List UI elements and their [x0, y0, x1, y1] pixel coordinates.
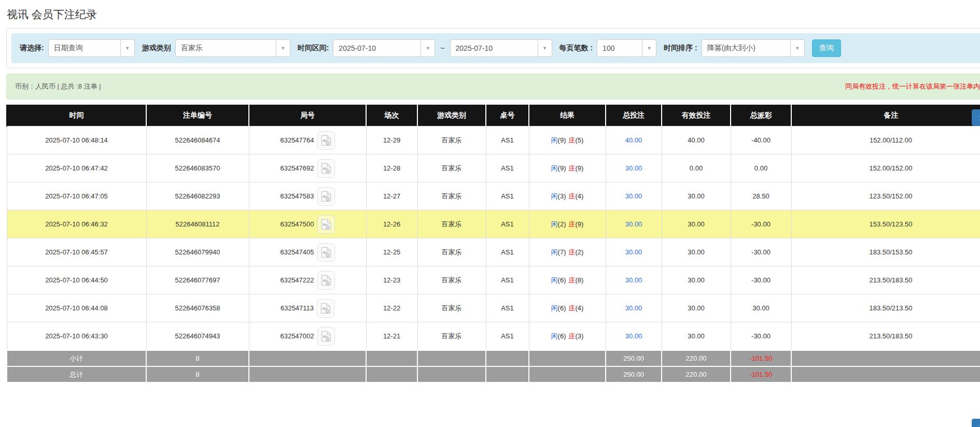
cell-result: 闲(6)庄(3)	[529, 322, 606, 351]
video-replay-button[interactable]	[317, 271, 335, 290]
video-replay-button[interactable]	[317, 187, 335, 206]
cell-valid-bet: 30.00	[662, 322, 731, 351]
cell-round-id: 632547002	[249, 322, 366, 351]
cell-round-id: 632547113	[249, 294, 366, 322]
cell-total-bet: 30.00	[606, 322, 662, 351]
video-file-icon	[321, 163, 331, 174]
cell-payout: -30.00	[731, 238, 791, 266]
date-to-value: 2025-07-10	[451, 44, 538, 52]
cell-total-bet: 30.00	[606, 154, 662, 182]
result-player-label: 闲	[551, 164, 558, 172]
cell-result: 闲(9)庄(5)	[529, 126, 606, 154]
result-player-points: (3)	[558, 192, 566, 200]
video-replay-button[interactable]	[317, 327, 335, 346]
pagination-top: 1	[972, 109, 980, 126]
result-player-points: (6)	[558, 332, 566, 340]
total-bet-link[interactable]: 40.00	[625, 136, 642, 144]
subtotal-count: 8	[146, 350, 249, 366]
subtotal-row: 小计 8 250.00 220.00 -101.50	[7, 350, 980, 366]
currency-total-text: 币别：人民币 | 总共 :8 注单 |	[15, 82, 101, 91]
summary-empty-cell	[791, 350, 980, 366]
total-bet-link[interactable]: 30.00	[625, 192, 642, 200]
video-replay-button[interactable]	[317, 299, 334, 318]
table-row: 2025-07-10 06:47:42522646083570632547692…	[7, 154, 980, 182]
query-type-select[interactable]: 日期查询 ▼	[48, 39, 135, 57]
cell-bet-time: 2025-07-10 06:48:14	[7, 126, 146, 154]
query-button[interactable]: 查询	[812, 39, 841, 57]
cell-remark: 123.50/152.00	[791, 182, 980, 210]
date-to-select[interactable]: 2025-07-10 ▼	[450, 39, 552, 57]
cell-payout: -30.00	[731, 322, 791, 351]
round-id-text: 632547222	[280, 276, 314, 284]
cell-table-no: AS1	[486, 322, 529, 351]
cell-total-bet: 30.00	[606, 238, 662, 266]
video-replay-button[interactable]	[317, 131, 335, 150]
page-title: 视讯 会员下注纪录	[7, 7, 980, 22]
cell-bet-id: 522646074943	[146, 322, 249, 351]
round-id-text: 632547002	[280, 332, 314, 340]
cell-table-no: AS1	[486, 210, 529, 238]
total-bet-link[interactable]: 30.00	[625, 164, 642, 172]
total-bet-link[interactable]: 30.00	[625, 248, 642, 256]
cell-total-bet: 40.00	[606, 126, 662, 154]
pagination-page-1[interactable]: 1	[972, 109, 980, 126]
cell-round-id: 632547222	[249, 266, 366, 294]
cell-session: 12-23	[366, 266, 417, 294]
video-replay-button[interactable]	[317, 215, 335, 234]
cell-table-no: AS1	[486, 154, 529, 182]
total-total-bet: 250.00	[606, 366, 662, 382]
cell-valid-bet: 0.00	[662, 154, 731, 182]
cell-round-id: 632547692	[249, 154, 366, 182]
cell-round-id: 632547500	[249, 210, 366, 238]
cell-table-no: AS1	[486, 294, 529, 322]
total-bet-link[interactable]: 30.00	[625, 332, 642, 340]
game-type-select[interactable]: 百家乐 ▼	[175, 39, 290, 57]
date-from-select[interactable]: 2025-07-10 ▼	[333, 39, 435, 57]
summary-empty-cell	[417, 366, 486, 382]
cell-session: 12-29	[366, 126, 417, 154]
cell-table-no: AS1	[486, 182, 529, 210]
result-banker-label: 庄	[569, 248, 576, 256]
round-id-text: 632547500	[280, 220, 314, 228]
cell-round-id: 632547583	[249, 182, 366, 210]
cell-game-type: 百家乐	[417, 210, 486, 238]
video-file-icon	[320, 303, 331, 314]
subtotal-label: 小计	[7, 350, 146, 366]
cell-bet-id: 522646081112	[146, 210, 249, 238]
total-bet-link[interactable]: 30.00	[625, 276, 642, 284]
summary-empty-cell	[791, 366, 980, 382]
cell-bet-id: 522646082293	[146, 182, 249, 210]
video-replay-button[interactable]	[317, 243, 335, 262]
cell-session: 12-21	[366, 322, 417, 351]
total-label: 总计	[7, 366, 146, 382]
cell-round-id: 632547764	[249, 126, 366, 154]
result-banker-points: (3)	[576, 332, 584, 340]
pagination-page-1[interactable]: 1	[972, 419, 980, 427]
round-id-text: 632547583	[280, 192, 314, 200]
total-valid-bet: 220.00	[662, 366, 731, 382]
table-row: 2025-07-10 06:46:32522646081112632547500…	[7, 210, 980, 238]
result-banker-points: (9)	[576, 220, 584, 228]
total-bet-link[interactable]: 30.00	[625, 220, 642, 228]
page-size-select[interactable]: 100 ▼	[597, 39, 656, 57]
cell-bet-time: 2025-07-10 06:47:05	[7, 182, 146, 210]
total-payout: -101.50	[731, 366, 791, 382]
cell-remark: 213.50/183.50	[791, 322, 980, 351]
cell-game-type: 百家乐	[417, 238, 486, 266]
cell-bet-time: 2025-07-10 06:44:50	[7, 266, 146, 294]
sort-order-select[interactable]: 降冪(由大到小) ▼	[702, 39, 805, 57]
result-banker-points: (5)	[576, 136, 584, 144]
result-player-label: 闲	[551, 276, 558, 284]
summary-empty-cell	[417, 350, 486, 366]
round-id-text: 632547692	[280, 164, 314, 172]
video-replay-button[interactable]	[317, 159, 335, 178]
cell-game-type: 百家乐	[417, 126, 486, 154]
total-bet-link[interactable]: 30.00	[625, 304, 642, 312]
page-size-value: 100	[597, 44, 642, 52]
cell-round-id: 632547405	[249, 238, 366, 266]
summary-empty-cell	[366, 366, 417, 382]
col-header-result: 结果	[529, 105, 606, 126]
video-file-icon	[321, 331, 331, 342]
cell-payout: 0.00	[731, 154, 791, 182]
cell-session: 12-26	[366, 210, 417, 238]
